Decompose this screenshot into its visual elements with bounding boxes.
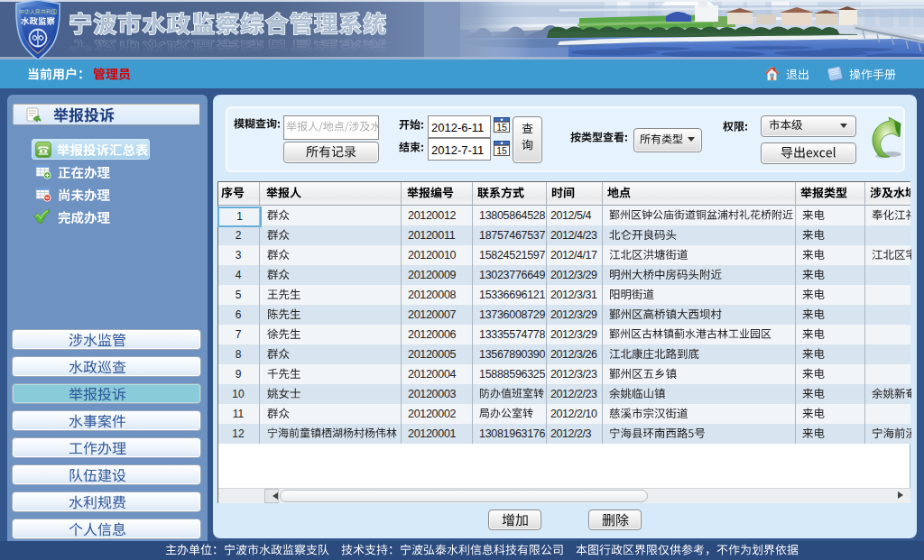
svg-text:15: 15 [496, 145, 507, 156]
svg-text:15: 15 [496, 122, 507, 133]
